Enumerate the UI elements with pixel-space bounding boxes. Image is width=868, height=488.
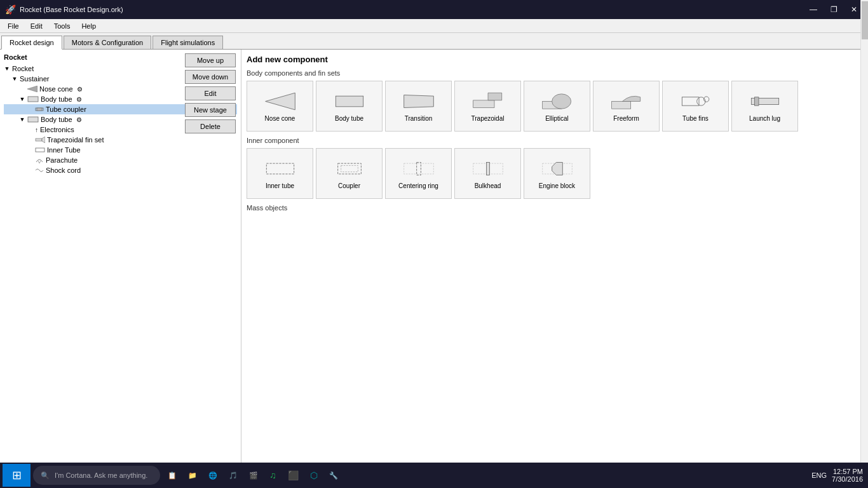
menu-file[interactable]: File bbox=[3, 21, 24, 31]
btn-innertube[interactable]: Inner tube bbox=[247, 148, 313, 199]
btn-coupler[interactable]: Coupler bbox=[316, 148, 383, 199]
tree-label-parachute: Parachute bbox=[46, 156, 78, 164]
tab-bar: Rocket design Motors & Configuration Fli… bbox=[0, 33, 868, 50]
taskbar-right: ENG 12:57 PM 7/30/2016 bbox=[811, 468, 865, 483]
trapezoidal-shape bbox=[472, 90, 504, 112]
scrollbar[interactable] bbox=[860, 50, 868, 464]
tree-label-bodytube1: Body tube bbox=[41, 95, 72, 103]
extra-icon: 🔧 bbox=[329, 471, 338, 480]
menu-tools[interactable]: Tools bbox=[49, 21, 76, 31]
centeringring-label: Centering ring bbox=[398, 182, 438, 189]
menu-help[interactable]: Help bbox=[76, 21, 101, 31]
tree-node-parachute[interactable]: Parachute bbox=[4, 155, 237, 165]
spotify-icon: ♫ bbox=[269, 470, 276, 480]
taskbar: ⊞ 🔍 I'm Cortana. Ask me anything. 📋 📁 🌐 … bbox=[0, 463, 868, 488]
bulkhead-shape bbox=[472, 158, 504, 180]
extra-button[interactable]: 🔧 bbox=[324, 464, 343, 487]
btn-tubefins[interactable]: Tube fins bbox=[662, 81, 729, 132]
move-down-button[interactable]: Move down bbox=[185, 70, 236, 84]
svg-rect-7 bbox=[36, 148, 44, 152]
edit-button[interactable]: Edit bbox=[185, 86, 236, 100]
svg-rect-4 bbox=[28, 117, 38, 122]
maximize-button[interactable]: ❐ bbox=[825, 3, 843, 17]
svg-rect-22 bbox=[754, 97, 759, 105]
parachute-icon bbox=[35, 157, 44, 163]
btn-transition[interactable]: Transition bbox=[385, 81, 452, 132]
title-controls: — ❐ ✕ bbox=[804, 3, 863, 17]
engineblock-label: Engine block bbox=[539, 182, 575, 189]
svg-rect-11 bbox=[336, 96, 363, 107]
svg-marker-14 bbox=[488, 93, 502, 100]
files-button[interactable]: 📁 bbox=[183, 464, 202, 487]
freeform-label: Freeform bbox=[613, 115, 639, 122]
move-up-button[interactable]: Move up bbox=[185, 53, 236, 67]
tree-node-finset[interactable]: Trapezoidal fin set bbox=[4, 135, 237, 145]
svg-line-8 bbox=[38, 161, 39, 163]
title-text: Rocket (Base Rocket Design.ork) bbox=[20, 6, 123, 13]
tree-node-innertube[interactable]: Inner Tube bbox=[4, 145, 237, 155]
bodytube1-config-icon: ⚙ bbox=[76, 96, 82, 103]
menu-edit[interactable]: Edit bbox=[25, 21, 48, 31]
bodytube-label: Body tube bbox=[335, 115, 363, 122]
btn-elliptical[interactable]: Elliptical bbox=[524, 81, 590, 132]
pdf-button[interactable]: ⬛ bbox=[283, 464, 304, 487]
lang-indicator: ENG bbox=[811, 471, 827, 479]
svg-marker-12 bbox=[403, 95, 433, 108]
trapezoidal-label: Trapezoidal bbox=[471, 115, 505, 122]
menu-bar: File Edit Tools Help bbox=[0, 19, 868, 33]
svg-rect-26 bbox=[403, 163, 433, 174]
btn-engineblock[interactable]: Engine block bbox=[524, 148, 590, 199]
innertube-label: Inner tube bbox=[266, 182, 294, 189]
date-display: 7/30/2016 bbox=[832, 475, 863, 483]
browser-button[interactable]: 🌐 bbox=[203, 464, 222, 487]
svg-marker-31 bbox=[552, 163, 562, 175]
taskbar-apps: 📋 📁 🌐 🎵 🎬 ♫ ⬛ ⬡ 🔧 bbox=[163, 464, 343, 487]
tree-label-nosecone: Nose cone bbox=[39, 85, 73, 93]
tree-panel: Rocket ▼ Rocket ▼ Sustainer Nose cone ⚙ … bbox=[0, 50, 241, 464]
svg-point-16 bbox=[552, 94, 571, 109]
tab-rocket-design[interactable]: Rocket design bbox=[1, 36, 62, 50]
btn-freeform[interactable]: Freeform bbox=[593, 81, 660, 132]
innertube-icon bbox=[35, 147, 45, 153]
expand-rocket: ▼ bbox=[4, 65, 10, 72]
centeringring-shape bbox=[403, 158, 435, 180]
launchlug-shape bbox=[749, 90, 781, 112]
music-button[interactable]: 🎵 bbox=[224, 464, 243, 487]
svg-rect-25 bbox=[341, 166, 358, 172]
coupler-icon bbox=[35, 107, 44, 112]
tab-motors[interactable]: Motors & Configuration bbox=[64, 36, 152, 49]
minimize-button[interactable]: — bbox=[804, 3, 822, 17]
svg-line-9 bbox=[39, 161, 41, 163]
btn-centeringring[interactable]: Centering ring bbox=[385, 148, 452, 199]
new-stage-button[interactable]: New stage bbox=[185, 103, 236, 117]
nosecone-shape bbox=[264, 90, 296, 112]
tab-flight-simulations[interactable]: Flight simulations bbox=[153, 36, 223, 49]
tree-label-electronics: Electronics bbox=[40, 126, 74, 133]
btn-bodytube[interactable]: Body tube bbox=[316, 81, 383, 132]
bodytube-icon2 bbox=[27, 116, 39, 123]
tree-node-shockcord[interactable]: Shock cord bbox=[4, 165, 237, 175]
taskview-button[interactable]: 📋 bbox=[163, 464, 182, 487]
cortana-text: I'm Cortana. Ask me anything. bbox=[55, 471, 147, 479]
btn-bulkhead[interactable]: Bulkhead bbox=[454, 148, 521, 199]
btn-launchlug[interactable]: Launch lug bbox=[731, 81, 798, 132]
elliptical-label: Elliptical bbox=[545, 115, 569, 122]
arduino-button[interactable]: ⬡ bbox=[305, 464, 323, 487]
spotify-button[interactable]: ♫ bbox=[264, 464, 281, 487]
taskview-icon: 📋 bbox=[168, 471, 177, 480]
start-button[interactable]: ⊞ bbox=[3, 464, 31, 487]
transition-label: Transition bbox=[405, 115, 433, 122]
expand-bodytube2: ▼ bbox=[19, 116, 25, 123]
media-icon: 🎬 bbox=[249, 471, 258, 480]
svg-rect-1 bbox=[28, 97, 38, 102]
delete-button[interactable]: Delete bbox=[185, 119, 236, 133]
media-button[interactable]: 🎬 bbox=[244, 464, 263, 487]
cortana-search[interactable]: 🔍 I'm Cortana. Ask me anything. bbox=[33, 466, 160, 485]
svg-marker-10 bbox=[265, 93, 295, 110]
tubefins-shape bbox=[680, 90, 712, 112]
pdf-icon: ⬛ bbox=[288, 470, 299, 480]
btn-trapezoidal[interactable]: Trapezoidal bbox=[454, 81, 521, 132]
svg-rect-23 bbox=[266, 163, 294, 174]
nosecone-label: Nose cone bbox=[265, 115, 295, 122]
btn-nosecone[interactable]: Nose cone bbox=[247, 81, 313, 132]
